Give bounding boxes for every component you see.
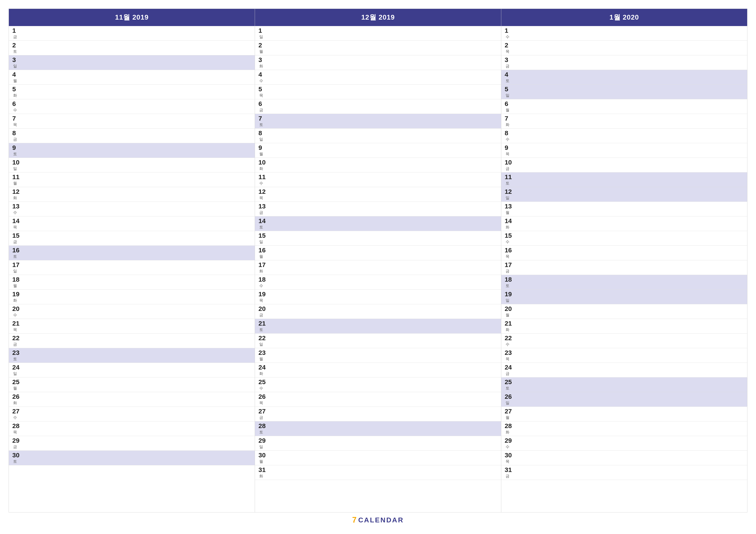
day-number: 25	[12, 379, 23, 385]
day-name: 수	[505, 34, 509, 39]
day-number: 8	[505, 130, 516, 136]
day-row: 5일	[501, 85, 747, 99]
day-number: 31	[258, 467, 269, 473]
day-name: 금	[13, 444, 17, 449]
day-name: 월	[259, 49, 263, 54]
day-number: 15	[505, 232, 516, 239]
day-number: 13	[505, 203, 516, 210]
day-row: 11수	[255, 172, 501, 187]
days-list-jan2020: 1수2목3금4토5일6월7화8수9목10금11토12일13월14화15수16목1…	[501, 26, 747, 512]
day-name: 일	[259, 342, 263, 347]
day-row: 22금	[9, 334, 255, 348]
day-row: 16목	[501, 246, 747, 260]
day-number: 10	[258, 159, 269, 165]
day-name: 월	[13, 78, 17, 83]
day-name: 수	[13, 108, 17, 113]
day-number: 12	[505, 189, 516, 195]
day-row: 13수	[9, 202, 255, 216]
day-row: 28목	[9, 421, 255, 436]
day-number: 20	[258, 306, 269, 312]
day-name: 금	[13, 34, 17, 39]
day-row: 14목	[9, 216, 255, 231]
day-row: 11토	[501, 172, 747, 187]
day-number: 9	[12, 144, 23, 151]
month-column-dec2019: 12월 20191일2월3화4수5목6금7토8일9월10화11수12목13금14…	[255, 9, 501, 512]
day-name: 토	[13, 49, 17, 54]
day-row: 4월	[9, 70, 255, 85]
day-row: 25월	[9, 377, 255, 392]
day-row: 7목	[9, 114, 255, 129]
day-row: 14화	[501, 216, 747, 231]
day-name: 목	[259, 93, 263, 98]
day-name: 목	[505, 254, 509, 259]
day-name: 수	[505, 137, 509, 142]
day-row: 8수	[501, 129, 747, 143]
day-name: 수	[259, 386, 263, 391]
day-name: 화	[13, 195, 17, 200]
day-row: 14토	[255, 216, 501, 231]
day-name: 목	[505, 151, 509, 157]
day-number: 29	[258, 437, 269, 444]
day-name: 금	[505, 473, 509, 479]
day-name: 수	[505, 239, 509, 244]
day-number: 6	[258, 101, 269, 107]
day-number: 11	[505, 174, 516, 180]
day-number: 7	[258, 115, 269, 122]
day-name: 일	[259, 444, 263, 449]
day-row: 24일	[9, 363, 255, 377]
day-number: 31	[505, 467, 516, 473]
day-number: 2	[258, 42, 269, 48]
day-row: 3금	[501, 55, 747, 70]
day-row: 26목	[255, 392, 501, 407]
day-row: 5화	[9, 85, 255, 99]
day-name: 토	[505, 386, 509, 391]
day-row: 24화	[255, 363, 501, 377]
day-row: 7화	[501, 114, 747, 129]
day-row: 21목	[9, 319, 255, 334]
day-name: 일	[13, 64, 17, 69]
day-row: 8금	[9, 129, 255, 143]
day-name: 화	[13, 93, 17, 98]
day-name: 목	[13, 122, 17, 127]
day-row: 8일	[255, 129, 501, 143]
day-name: 일	[13, 371, 17, 376]
day-number: 26	[505, 394, 516, 400]
day-row: 31화	[255, 465, 501, 480]
day-number: 20	[12, 306, 23, 312]
day-number: 28	[12, 423, 23, 429]
days-list-nov2019: 1금2토3일4월5화6수7목8금9토10일11월12화13수14목15금16토1…	[9, 26, 255, 512]
day-number: 2	[505, 42, 516, 48]
day-number: 5	[12, 86, 23, 92]
day-row: 4수	[255, 70, 501, 85]
day-number: 15	[12, 232, 23, 239]
day-row: 10화	[255, 158, 501, 172]
page: 11월 20191금2토3일4월5화6수7목8금9토10일11월12화13수14…	[0, 0, 756, 534]
day-number: 6	[505, 101, 516, 107]
day-name: 목	[13, 327, 17, 332]
footer: 7 CALENDAR	[9, 513, 747, 525]
day-name: 토	[13, 254, 17, 259]
day-row: 12화	[9, 187, 255, 202]
day-number: 27	[505, 408, 516, 415]
day-row: 21화	[501, 319, 747, 334]
day-name: 토	[13, 356, 17, 362]
day-name: 일	[505, 298, 509, 303]
day-row: 18토	[501, 275, 747, 290]
day-row: 26일	[501, 392, 747, 407]
day-row: 20수	[9, 304, 255, 319]
day-number: 25	[258, 379, 269, 385]
month-column-jan2020: 1월 20201수2목3금4토5일6월7화8수9목10금11토12일13월14화…	[501, 9, 747, 512]
day-row: 29수	[501, 436, 747, 451]
day-name: 수	[505, 444, 509, 449]
day-number: 11	[258, 174, 269, 180]
day-name: 화	[13, 400, 17, 405]
day-row: 29일	[255, 436, 501, 451]
day-name: 월	[505, 313, 509, 318]
day-name: 월	[505, 210, 509, 215]
day-row: 15일	[255, 231, 501, 246]
day-row: 2월	[255, 41, 501, 55]
day-name: 화	[505, 225, 509, 230]
day-name: 일	[259, 34, 263, 39]
day-number: 15	[258, 232, 269, 239]
month-header-jan2020: 1월 2020	[501, 9, 747, 26]
